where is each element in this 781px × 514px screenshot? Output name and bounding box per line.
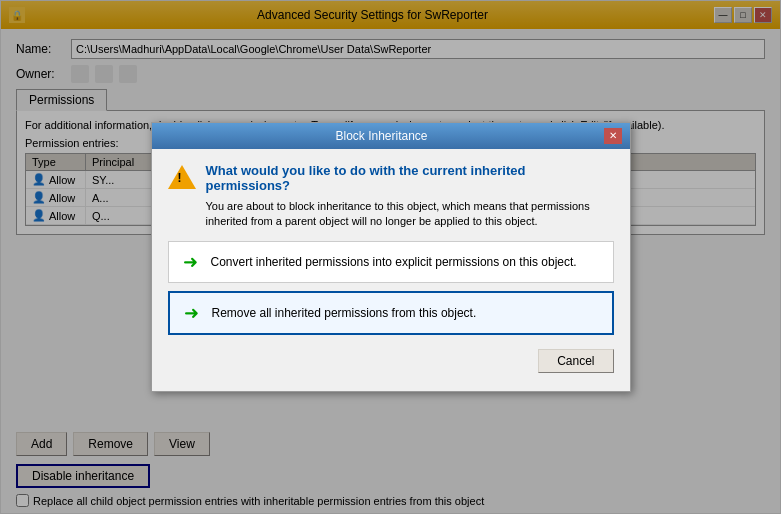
modal-question-text: What would you like to do with the curre… [206, 163, 614, 230]
modal-cancel-button[interactable]: Cancel [538, 349, 613, 373]
option2-text: Remove all inherited permissions from th… [212, 305, 477, 322]
modal-title-bar: Block Inheritance ✕ [152, 123, 630, 149]
modal-footer: Cancel [168, 343, 614, 377]
modal-option-remove[interactable]: ➜ Remove all inherited permissions from … [168, 291, 614, 335]
arrow-icon-1: ➜ [181, 252, 201, 272]
modal-option-convert[interactable]: ➜ Convert inherited permissions into exp… [168, 241, 614, 283]
modal-close-button[interactable]: ✕ [604, 128, 622, 144]
main-window: 🔒 Advanced Security Settings for SwRepor… [0, 0, 781, 514]
modal-overlay: Block Inheritance ✕ What would you like … [1, 1, 780, 513]
option1-text: Convert inherited permissions into expli… [211, 254, 577, 271]
warning-triangle [168, 165, 196, 189]
modal-title: Block Inheritance [160, 129, 604, 143]
modal-description: You are about to block inheritance to th… [206, 199, 614, 230]
modal-question: What would you like to do with the curre… [168, 163, 614, 230]
block-inheritance-modal: Block Inheritance ✕ What would you like … [151, 122, 631, 393]
modal-content: What would you like to do with the curre… [152, 149, 630, 392]
modal-question-heading: What would you like to do with the curre… [206, 163, 614, 193]
warning-icon [168, 163, 196, 191]
arrow-icon-2: ➜ [182, 303, 202, 323]
